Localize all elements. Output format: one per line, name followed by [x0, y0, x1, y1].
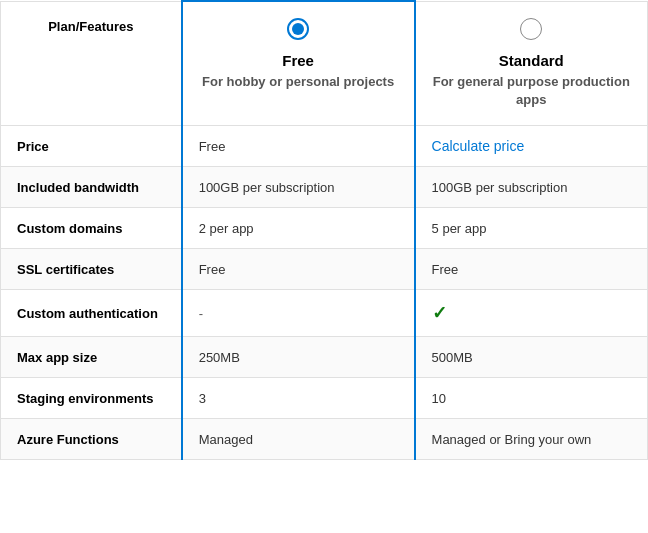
free-ssl: Free: [199, 262, 226, 277]
functions-free-value: Managed: [182, 418, 415, 459]
free-plan-header: Free For hobby or personal projects: [182, 1, 415, 125]
feature-label-auth: Custom authentication: [1, 289, 182, 336]
appsize-label: Max app size: [17, 350, 97, 365]
table-row: SSL certificates Free Free: [1, 248, 648, 289]
staging-label: Staging environments: [17, 391, 154, 406]
standard-plan-name: Standard: [432, 52, 631, 69]
table-row: Max app size 250MB 500MB: [1, 336, 648, 377]
bandwidth-free-value: 100GB per subscription: [182, 166, 415, 207]
table-row: Included bandwidth 100GB per subscriptio…: [1, 166, 648, 207]
feature-label-functions: Azure Functions: [1, 418, 182, 459]
ssl-standard-value: Free: [415, 248, 648, 289]
feature-label-bandwidth: Included bandwidth: [1, 166, 182, 207]
price-free-value: Free: [182, 125, 415, 166]
standard-domains: 5 per app: [432, 221, 487, 236]
feature-label-appsize: Max app size: [1, 336, 182, 377]
table-row: Custom domains 2 per app 5 per app: [1, 207, 648, 248]
auth-label: Custom authentication: [17, 306, 158, 321]
table-row: Custom authentication - ✓: [1, 289, 648, 336]
domains-label: Custom domains: [17, 221, 122, 236]
domains-standard-value: 5 per app: [415, 207, 648, 248]
free-appsize: 250MB: [199, 350, 240, 365]
free-bandwidth: 100GB per subscription: [199, 180, 335, 195]
table-row: Price Free Calculate price: [1, 125, 648, 166]
functions-label: Azure Functions: [17, 432, 119, 447]
domains-free-value: 2 per app: [182, 207, 415, 248]
staging-free-value: 3: [182, 377, 415, 418]
header-row: Plan/Features Free For hobby or personal…: [1, 1, 648, 125]
appsize-standard-value: 500MB: [415, 336, 648, 377]
free-functions: Managed: [199, 432, 253, 447]
standard-plan-header: Standard For general purpose production …: [415, 1, 648, 125]
standard-plan-radio[interactable]: [520, 18, 542, 40]
appsize-free-value: 250MB: [182, 336, 415, 377]
standard-plan-description: For general purpose production apps: [432, 73, 631, 109]
free-plan-name: Free: [199, 52, 398, 69]
table-row: Staging environments 3 10: [1, 377, 648, 418]
free-domains: 2 per app: [199, 221, 254, 236]
ssl-label: SSL certificates: [17, 262, 114, 277]
bandwidth-label: Included bandwidth: [17, 180, 139, 195]
ssl-free-value: Free: [182, 248, 415, 289]
standard-ssl: Free: [432, 262, 459, 277]
auth-standard-value: ✓: [415, 289, 648, 336]
feature-label-ssl: SSL certificates: [1, 248, 182, 289]
standard-auth-checkmark: ✓: [432, 303, 447, 323]
staging-standard-value: 10: [415, 377, 648, 418]
calculate-price-link[interactable]: Calculate price: [432, 138, 525, 154]
standard-bandwidth: 100GB per subscription: [432, 180, 568, 195]
free-staging: 3: [199, 391, 206, 406]
feature-label-staging: Staging environments: [1, 377, 182, 418]
pricing-table: Plan/Features Free For hobby or personal…: [0, 0, 648, 460]
functions-standard-value: Managed or Bring your own: [415, 418, 648, 459]
pricing-rows: Price Free Calculate price Included band…: [1, 125, 648, 459]
price-label: Price: [17, 139, 49, 154]
plan-features-label: Plan/Features: [48, 19, 133, 34]
auth-free-value: -: [182, 289, 415, 336]
feature-column-header: Plan/Features: [1, 1, 182, 125]
standard-functions: Managed or Bring your own: [432, 432, 592, 447]
feature-label-domains: Custom domains: [1, 207, 182, 248]
price-standard-value: Calculate price: [415, 125, 648, 166]
free-auth: -: [199, 306, 203, 321]
free-price: Free: [199, 139, 226, 154]
table-row: Azure Functions Managed Managed or Bring…: [1, 418, 648, 459]
bandwidth-standard-value: 100GB per subscription: [415, 166, 648, 207]
free-plan-radio[interactable]: [287, 18, 309, 40]
free-plan-description: For hobby or personal projects: [199, 73, 398, 91]
feature-label-price: Price: [1, 125, 182, 166]
standard-appsize: 500MB: [432, 350, 473, 365]
standard-staging: 10: [432, 391, 446, 406]
